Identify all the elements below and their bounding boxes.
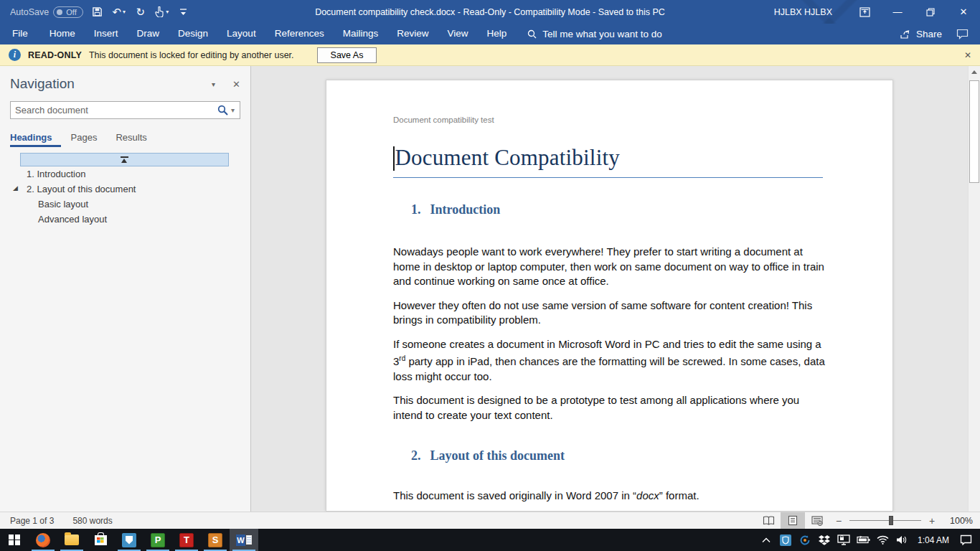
tray-dropbox-icon[interactable] bbox=[815, 529, 834, 551]
ribbon-display-options-button[interactable] bbox=[848, 0, 881, 24]
share-button[interactable]: Share bbox=[900, 29, 942, 39]
tab-pages[interactable]: Pages bbox=[71, 129, 106, 147]
web-layout-button[interactable] bbox=[805, 512, 829, 529]
search-box: ▾ bbox=[10, 101, 240, 119]
save-icon[interactable] bbox=[90, 3, 105, 22]
minimize-button[interactable]: — bbox=[881, 0, 914, 24]
minimize-icon: — bbox=[893, 6, 903, 17]
restore-button[interactable] bbox=[914, 0, 947, 24]
zoom-slider-thumb[interactable] bbox=[889, 516, 893, 525]
system-tray: 1:04 AM bbox=[757, 529, 980, 551]
user-name[interactable]: HJLBX HJLBX bbox=[774, 7, 832, 17]
tray-remote-desktop-icon[interactable] bbox=[834, 529, 854, 551]
paragraph-4: This document is designed to be a protot… bbox=[393, 393, 827, 423]
clock[interactable]: 1:04 AM bbox=[912, 535, 956, 545]
search-input[interactable] bbox=[11, 103, 212, 118]
navigation-tabs: Headings Pages Results bbox=[10, 129, 250, 147]
info-icon: i bbox=[9, 49, 21, 61]
tab-home[interactable]: Home bbox=[40, 24, 85, 44]
share-icon bbox=[900, 29, 911, 39]
comments-icon[interactable] bbox=[956, 29, 969, 39]
title-bar: Document compatibility check.docx - Read… bbox=[0, 0, 980, 24]
tray-shield-icon[interactable] bbox=[776, 529, 796, 551]
banner-close-button[interactable]: ✕ bbox=[961, 49, 974, 62]
close-button[interactable]: ✕ bbox=[947, 0, 980, 24]
collapse-triangle-icon[interactable]: ◢ bbox=[13, 184, 18, 192]
tray-sync-icon[interactable] bbox=[796, 529, 815, 551]
windows-logo-icon bbox=[9, 534, 20, 546]
read-mode-button[interactable] bbox=[756, 512, 781, 529]
paragraph-1: Nowadays people want to work everywhere!… bbox=[393, 245, 827, 289]
banner-message: This document is locked for editing by a… bbox=[89, 50, 294, 60]
document-canvas[interactable]: Document compatibility test Document Com… bbox=[251, 66, 968, 512]
autosave-toggle[interactable]: AutoSave Off bbox=[10, 6, 83, 18]
tab-results[interactable]: Results bbox=[116, 129, 155, 147]
tab-headings[interactable]: Headings bbox=[10, 129, 61, 147]
scrollbar-thumb[interactable] bbox=[969, 80, 979, 183]
top-of-document-icon bbox=[121, 156, 128, 163]
heading-item-advanced-layout[interactable]: Advanced layout bbox=[0, 212, 250, 227]
vertical-scrollbar[interactable] bbox=[968, 66, 980, 512]
start-button[interactable] bbox=[0, 529, 29, 551]
document-page[interactable]: Document compatibility test Document Com… bbox=[326, 80, 893, 512]
zoom-slider[interactable] bbox=[849, 520, 921, 521]
taskbar-firefox[interactable] bbox=[29, 529, 57, 551]
window-controls: HJLBX HJLBX — ✕ bbox=[774, 0, 980, 24]
taskbar-s-app[interactable]: S bbox=[201, 529, 230, 551]
taskbar-word[interactable]: W bbox=[230, 529, 258, 551]
zoom-in-button[interactable]: + bbox=[923, 515, 941, 527]
banner-close-icon: ✕ bbox=[964, 50, 971, 60]
scroll-up-arrow[interactable] bbox=[969, 66, 980, 78]
tab-mailings[interactable]: Mailings bbox=[334, 24, 388, 44]
word-count[interactable]: 580 words bbox=[72, 516, 112, 526]
action-center-icon[interactable] bbox=[956, 529, 976, 551]
taskbar-t-app[interactable]: T bbox=[172, 529, 201, 551]
paragraph-2: However they often do not use same versi… bbox=[393, 298, 827, 328]
zoom-out-button[interactable]: − bbox=[829, 515, 848, 527]
paragraph-3: If someone creates a document in Microso… bbox=[393, 337, 827, 385]
tray-wifi-icon[interactable] bbox=[873, 529, 892, 551]
zoom-percentage[interactable]: 100% bbox=[941, 516, 973, 526]
tray-chevron-up-icon[interactable] bbox=[757, 529, 776, 551]
tray-battery-icon[interactable] bbox=[854, 529, 873, 551]
autosave-state: Off bbox=[66, 8, 76, 17]
redo-button[interactable]: ↻ bbox=[133, 3, 148, 22]
heading-item-introduction[interactable]: 1. Introduction bbox=[0, 166, 250, 182]
tray-speaker-icon[interactable] bbox=[892, 529, 912, 551]
tab-review[interactable]: Review bbox=[387, 24, 438, 44]
tab-references[interactable]: References bbox=[265, 24, 334, 44]
page-count[interactable]: Page 1 of 3 bbox=[10, 516, 54, 526]
navigation-options-dropdown-icon[interactable]: ▾ bbox=[212, 80, 215, 88]
ribbon-tab-row: File Home Insert Draw Design Layout Refe… bbox=[0, 24, 980, 44]
taskbar-microsoft-store[interactable] bbox=[86, 529, 115, 551]
tab-layout[interactable]: Layout bbox=[217, 24, 265, 44]
search-dropdown-icon[interactable]: ▾ bbox=[231, 106, 235, 114]
tab-help[interactable]: Help bbox=[478, 24, 517, 44]
touch-mouse-mode-button[interactable]: ▾ bbox=[155, 3, 169, 22]
tab-insert[interactable]: Insert bbox=[85, 24, 128, 44]
file-explorer-icon bbox=[65, 534, 79, 545]
customize-quick-access-icon[interactable] bbox=[176, 3, 191, 22]
s-app-icon: S bbox=[208, 533, 222, 547]
tab-file[interactable]: File bbox=[0, 24, 40, 44]
save-as-button[interactable]: Save As bbox=[317, 47, 377, 63]
taskbar-p-app[interactable]: P bbox=[143, 529, 172, 551]
undo-button[interactable]: ↶▾ bbox=[112, 3, 126, 22]
status-bar: Page 1 of 3 580 words − + 100% bbox=[0, 512, 980, 529]
heading-1-introduction: 1.Introduction bbox=[411, 202, 823, 217]
undo-dropdown-icon[interactable]: ▾ bbox=[123, 9, 126, 15]
touch-mode-dropdown-icon[interactable]: ▾ bbox=[166, 9, 169, 15]
tab-view[interactable]: View bbox=[438, 24, 477, 44]
taskbar-file-explorer[interactable] bbox=[57, 529, 86, 551]
tell-me-box[interactable]: Tell me what you want to do bbox=[527, 29, 662, 39]
navigation-close-icon[interactable]: ✕ bbox=[232, 79, 240, 90]
taskbar-shield-app[interactable] bbox=[115, 529, 143, 551]
print-layout-button[interactable] bbox=[781, 512, 805, 529]
selected-heading-marker[interactable] bbox=[20, 153, 229, 166]
tab-design[interactable]: Design bbox=[169, 24, 217, 44]
heading-item-basic-layout[interactable]: Basic layout bbox=[0, 197, 250, 212]
search-button[interactable]: ▾ bbox=[212, 105, 240, 116]
heading-item-layout[interactable]: ◢2. Layout of this document bbox=[0, 182, 250, 197]
tab-draw[interactable]: Draw bbox=[128, 24, 169, 44]
microsoft-store-icon bbox=[95, 535, 107, 545]
